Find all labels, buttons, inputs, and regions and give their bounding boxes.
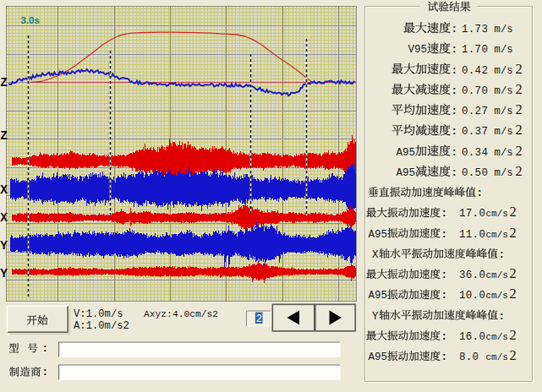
svg-text:0.50: 0.50 xyxy=(462,167,488,179)
svg-text:Y: Y xyxy=(0,267,8,280)
svg-text:Z: Z xyxy=(0,76,8,90)
svg-text:2: 2 xyxy=(516,61,523,77)
svg-text::: : xyxy=(452,106,458,117)
svg-text::: : xyxy=(452,126,458,138)
svg-text::: : xyxy=(441,351,448,363)
svg-text::: : xyxy=(452,44,458,56)
svg-text:m/s: m/s xyxy=(495,126,513,138)
svg-text:2: 2 xyxy=(510,347,517,363)
svg-text:0.34: 0.34 xyxy=(462,147,488,159)
svg-text:0.70: 0.70 xyxy=(462,85,488,97)
svg-text::: : xyxy=(452,85,458,97)
svg-text:2: 2 xyxy=(516,81,523,97)
svg-text:m/s: m/s xyxy=(495,167,513,179)
svg-text:1.70: 1.70 xyxy=(462,44,488,56)
svg-text:cm/s: cm/s xyxy=(486,332,508,342)
svg-text:17.0: 17.0 xyxy=(459,208,485,220)
svg-text:36.0: 36.0 xyxy=(459,270,485,281)
svg-text:2: 2 xyxy=(516,122,523,138)
svg-text:1.73: 1.73 xyxy=(462,24,488,35)
svg-text:2: 2 xyxy=(516,101,523,117)
svg-text:X: X xyxy=(0,183,8,197)
svg-text::: : xyxy=(452,65,458,77)
svg-text::: : xyxy=(441,270,448,281)
svg-text:cm/s: cm/s xyxy=(486,270,508,280)
svg-text::: : xyxy=(499,249,506,261)
svg-text::: : xyxy=(441,331,448,343)
svg-text::: : xyxy=(441,290,448,302)
svg-text:cm/s: cm/s xyxy=(486,291,508,301)
svg-text:A95: A95 xyxy=(369,229,388,241)
svg-text:Axyz:4.0cm/s2: Axyz:4.0cm/s2 xyxy=(144,309,218,319)
svg-text:A95: A95 xyxy=(369,290,388,302)
svg-text:11.0: 11.0 xyxy=(459,229,485,241)
svg-text:2: 2 xyxy=(510,265,517,281)
svg-text::: : xyxy=(477,188,484,199)
svg-text:2: 2 xyxy=(510,204,517,220)
svg-text:cm/s: cm/s xyxy=(486,209,508,219)
svg-text:0.42: 0.42 xyxy=(462,65,488,77)
svg-text:3.0s: 3.0s xyxy=(21,15,40,25)
svg-text:2: 2 xyxy=(510,327,517,343)
svg-text:m/s: m/s xyxy=(495,65,513,77)
svg-text:m/s: m/s xyxy=(495,106,513,117)
svg-text:Y: Y xyxy=(372,311,379,323)
svg-text::: : xyxy=(42,343,49,355)
svg-text::: : xyxy=(499,311,506,323)
svg-text:A95: A95 xyxy=(369,351,388,363)
svg-text:A:1.0m/s2: A:1.0m/s2 xyxy=(74,320,129,332)
svg-text:A95: A95 xyxy=(397,147,416,159)
svg-text:Y: Y xyxy=(0,239,8,253)
svg-text:m/s: m/s xyxy=(495,147,513,159)
svg-text::: : xyxy=(441,208,448,220)
svg-text:2: 2 xyxy=(256,313,262,325)
svg-text::: : xyxy=(452,167,458,179)
svg-text:10.0: 10.0 xyxy=(459,290,485,302)
svg-text:m/s: m/s xyxy=(495,44,513,56)
svg-text::: : xyxy=(42,367,49,378)
svg-text:2: 2 xyxy=(510,225,517,241)
svg-text:2: 2 xyxy=(510,286,517,302)
svg-text:X: X xyxy=(0,211,8,225)
svg-text:A95: A95 xyxy=(397,167,416,179)
svg-text:Z: Z xyxy=(0,129,8,143)
svg-text:cm/s: cm/s xyxy=(486,230,508,240)
svg-text:m/s: m/s xyxy=(495,24,513,35)
svg-text:V95: V95 xyxy=(408,44,428,56)
svg-text:0.37: 0.37 xyxy=(462,126,488,138)
svg-text:cm/s: cm/s xyxy=(486,352,508,362)
svg-text::: : xyxy=(452,24,458,35)
svg-text::: : xyxy=(441,229,448,241)
svg-text:16.0: 16.0 xyxy=(459,331,485,343)
svg-text::: : xyxy=(452,147,458,159)
svg-text:V:1.0m/s: V:1.0m/s xyxy=(74,308,123,320)
svg-text:8.0: 8.0 xyxy=(459,351,479,363)
svg-text:m/s: m/s xyxy=(495,85,513,97)
svg-text:2: 2 xyxy=(516,163,523,179)
svg-text:X: X xyxy=(372,249,379,261)
svg-text:0.27: 0.27 xyxy=(462,106,488,117)
svg-text:2: 2 xyxy=(516,143,523,159)
